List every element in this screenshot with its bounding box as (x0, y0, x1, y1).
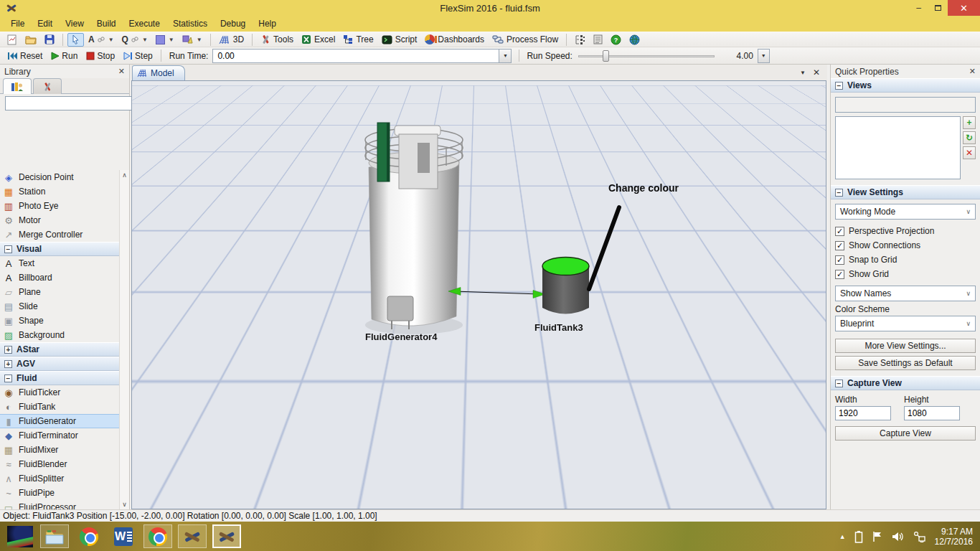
viewport-3d[interactable]: FluidGenerator4 FluidTank3 Change colour (131, 80, 826, 509)
process-flow-button[interactable]: Process Flow (489, 33, 562, 46)
battery-icon[interactable] (854, 530, 863, 543)
taskbar-file-explorer[interactable] (40, 524, 69, 548)
menu-edit[interactable]: Edit (31, 17, 59, 31)
dropdown-icon[interactable]: ▼ (197, 37, 202, 43)
capture-view-button[interactable]: Capture View (835, 426, 976, 441)
model-tab[interactable]: Model (132, 65, 185, 80)
save-model-button[interactable] (41, 33, 58, 46)
library-item-photo-eye[interactable]: ▥Photo Eye (0, 199, 119, 213)
run-time-dropdown[interactable]: ▼ (499, 49, 512, 63)
library-item-fluidpipe[interactable]: ~FluidPipe (0, 486, 119, 500)
library-objects-tab[interactable] (3, 78, 32, 94)
measure-tool-button[interactable]: ▼ (179, 33, 206, 46)
menu-execute[interactable]: Execute (123, 17, 166, 31)
run-speed-dropdown[interactable]: ▼ (758, 49, 770, 63)
network-icon[interactable] (913, 531, 926, 542)
library-item-slide[interactable]: ▤Slide (0, 299, 119, 314)
open-model-button[interactable] (22, 33, 40, 46)
save-settings-default-button[interactable]: Save Settings as Default (835, 356, 976, 370)
menu-view[interactable]: View (59, 17, 90, 31)
notes-button[interactable] (590, 33, 606, 46)
show-names-select[interactable]: Show Names∨ (835, 286, 976, 301)
menu-file[interactable]: File (4, 17, 31, 31)
add-view-button[interactable]: + (963, 116, 976, 129)
script-button[interactable]: Script (378, 33, 421, 46)
library-item-fluidblender[interactable]: ≈FluidBlender (0, 457, 119, 471)
refresh-views-button[interactable]: ↻ (963, 131, 976, 144)
checkbox-show-connections[interactable]: ✓Show Connections (835, 238, 976, 253)
close-button[interactable]: ✕ (948, 0, 980, 16)
reset-button[interactable]: Reset (3, 50, 47, 62)
run-time-input[interactable] (212, 49, 499, 63)
color-scheme-select[interactable]: Blueprint∨ (835, 316, 976, 331)
collapse-icon[interactable]: − (835, 189, 843, 197)
taskbar-flexsim-active[interactable] (212, 524, 241, 548)
library-item-merge-controller[interactable]: ↗Merge Controller (0, 227, 119, 242)
stop-button[interactable]: Stop (82, 50, 119, 62)
library-section-visual[interactable]: −Visual (0, 242, 119, 256)
dashboards-button[interactable]: Dashboards (421, 33, 488, 46)
library-item-fluidsplitter[interactable]: ∧FluidSplitter (0, 471, 119, 486)
slider-track[interactable] (578, 55, 715, 57)
views-section-header[interactable]: −Views (831, 78, 980, 93)
step-button[interactable]: Step (119, 50, 157, 62)
library-item-billboard[interactable]: ABillboard (0, 270, 119, 285)
delete-view-button[interactable]: ✕ (963, 146, 976, 159)
library-tools-tab[interactable] (33, 78, 62, 94)
volume-icon[interactable] (892, 531, 905, 542)
checkbox-perspective-projection[interactable]: ✓Perspective Projection (835, 224, 976, 238)
taskbar-clock[interactable]: 9:17 AM 12/7/2016 (935, 527, 973, 547)
more-view-settings-button[interactable]: More View Settings... (835, 339, 976, 353)
menu-help[interactable]: Help (252, 17, 283, 31)
library-close-icon[interactable]: ✕ (118, 67, 125, 76)
connect-center-ports-button[interactable]: Q▼ (118, 33, 151, 46)
capture-height-input[interactable] (904, 406, 960, 420)
checkbox-check-icon[interactable]: ✓ (835, 241, 844, 250)
tray-expand-icon[interactable]: ▲ (839, 533, 846, 540)
tab-close-icon[interactable]: ✕ (813, 67, 820, 77)
library-item-decision-point[interactable]: ◈Decision Point (0, 170, 119, 184)
snap-layout-button[interactable] (571, 33, 589, 47)
library-item-fluidticker[interactable]: ◉FluidTicker (0, 385, 119, 400)
minimize-button[interactable]: – (909, 0, 928, 16)
scroll-down-icon[interactable]: ∨ (122, 501, 127, 508)
expand-icon[interactable]: + (4, 360, 12, 368)
capture-view-section-header[interactable]: −Capture View (831, 376, 980, 390)
views-listbox[interactable] (835, 116, 961, 179)
capture-width-input[interactable] (835, 406, 891, 420)
library-item-fluidtank[interactable]: ◐FluidTank (0, 400, 119, 414)
collapse-icon[interactable]: − (4, 245, 12, 253)
action-center-flag-icon[interactable] (872, 531, 883, 542)
run-speed-slider[interactable] (578, 50, 715, 62)
run-button[interactable]: Run (47, 50, 82, 62)
taskbar-chrome[interactable] (75, 524, 103, 548)
checkbox-check-icon[interactable]: ✓ (835, 255, 844, 265)
expand-icon[interactable]: + (4, 346, 12, 354)
view-settings-section-header[interactable]: −View Settings (831, 185, 980, 199)
help-button[interactable]: ? (607, 33, 625, 47)
library-filter-input[interactable] (5, 96, 133, 110)
checkbox-check-icon[interactable]: ✓ (835, 270, 844, 279)
collapse-icon[interactable]: − (835, 380, 843, 387)
dropdown-icon[interactable]: ▼ (108, 37, 114, 43)
library-item-motor[interactable]: ⚙Motor (0, 213, 119, 227)
excel-button[interactable]: Excel (298, 33, 339, 46)
taskbar-chrome-running[interactable] (143, 524, 172, 548)
maximize-button[interactable] (928, 0, 948, 16)
working-mode-select[interactable]: Working Mode∨ (835, 204, 976, 220)
tools-button[interactable]: Tools (257, 33, 297, 46)
library-item-fluidgenerator[interactable]: ▮FluidGenerator (0, 414, 119, 428)
library-item-shape[interactable]: ▣Shape (0, 314, 119, 328)
tree-button[interactable]: Tree (339, 33, 377, 46)
library-item-text[interactable]: AText (0, 256, 119, 270)
new-model-button[interactable] (3, 33, 21, 47)
library-item-fluidterminator[interactable]: ◆FluidTerminator (0, 428, 119, 443)
start-button[interactable] (6, 524, 34, 548)
scroll-up-icon[interactable]: ∧ (122, 171, 127, 179)
tab-list-dropdown-icon[interactable]: ▼ (800, 70, 806, 76)
checkbox-check-icon[interactable]: ✓ (835, 227, 844, 236)
library-item-fluidprocessor[interactable]: ▭FluidProcessor (0, 500, 119, 509)
dropdown-icon[interactable]: ▼ (142, 37, 148, 43)
views-combo[interactable] (835, 97, 976, 113)
menu-debug[interactable]: Debug (214, 17, 252, 31)
